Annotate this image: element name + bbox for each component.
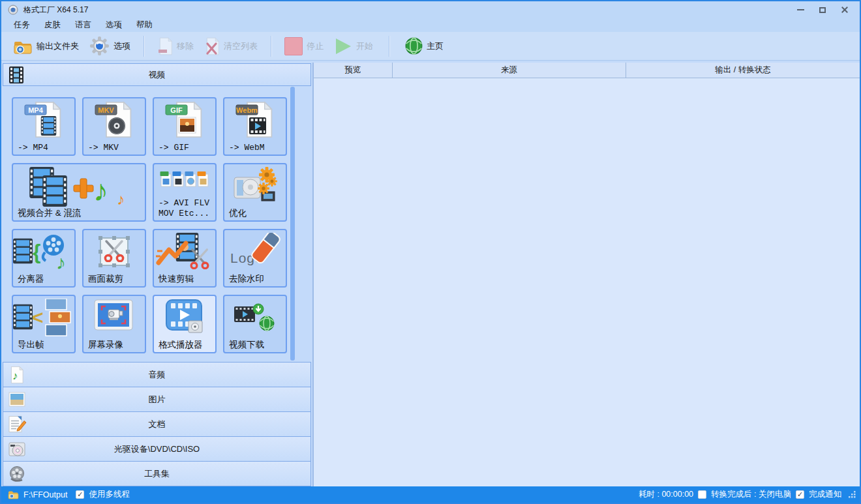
svg-text:GIF: GIF — [170, 106, 183, 114]
app-icon — [8, 5, 18, 15]
column-header-source[interactable]: 来源 — [393, 63, 626, 78]
tile-export-frames[interactable]: < 导出帧 — [12, 295, 76, 353]
tile-to-avi-flv-mov[interactable]: -> AVI FLV MOV Etc... — [153, 163, 217, 222]
category-audio[interactable]: ♪ 音频 — [3, 362, 311, 387]
tile-to-mp4[interactable]: MP4 -> MP4 — [12, 97, 76, 156]
maximize-button[interactable] — [811, 3, 834, 17]
mkv-file-icon: MKV — [83, 101, 145, 140]
tile-to-mkv[interactable]: MKV -> MKV — [82, 97, 146, 156]
elapsed-time: 耗时 : 00:00:00 — [639, 489, 693, 500]
tile-crop[interactable]: 画面裁剪 — [82, 229, 146, 288]
tile-splitter[interactable]: { ♪ 分离器 — [12, 229, 76, 288]
category-dvd-label: 光驱设备\DVD\CD\ISO — [3, 443, 310, 455]
category-document[interactable]: 文档 — [3, 411, 311, 437]
toolbar-separator — [271, 36, 271, 57]
task-list-empty-area[interactable] — [314, 78, 860, 486]
output-folder-label: 输出文件夹 — [37, 40, 79, 52]
checkmark-icon: ✓ — [797, 491, 803, 498]
tiles-scrollbar[interactable] — [290, 87, 295, 361]
options-label: 选项 — [113, 40, 130, 52]
category-video[interactable]: 视频 — [3, 63, 311, 86]
titlebar: 格式工厂 X64 5.17 — [1, 1, 860, 18]
svg-text:Webm: Webm — [236, 106, 258, 114]
crop-icon — [83, 233, 145, 271]
close-button[interactable] — [834, 3, 856, 17]
tile-label: 去除水印 — [229, 274, 264, 284]
export-frames-icon: < — [13, 299, 74, 336]
globe-icon — [405, 37, 423, 55]
tile-video-download[interactable]: 视频下载 — [223, 295, 287, 353]
output-folder-icon — [13, 38, 33, 55]
multithread-checkbox[interactable]: ✓ — [76, 490, 84, 499]
options-button[interactable]: 选项 — [84, 34, 136, 58]
tile-label: 画面裁剪 — [88, 274, 123, 284]
tile-label: 分离器 — [18, 274, 44, 284]
category-picture[interactable]: 图片 — [3, 387, 311, 412]
webm-file-icon: Webm — [224, 101, 286, 140]
video-download-icon — [224, 301, 286, 333]
minimize-icon — [797, 9, 804, 10]
menubar: 任务 皮肤 语言 选项 帮助 — [1, 18, 860, 32]
tile-remove-watermark[interactable]: Logo 去除水印 — [223, 229, 287, 288]
shutdown-label[interactable]: 转换完成后 : 关闭电脑 — [711, 489, 791, 500]
column-header-output-status[interactable]: 输出 / 转换状态 — [626, 63, 860, 78]
start-button[interactable]: 开始 — [329, 35, 378, 57]
menu-item-help[interactable]: 帮助 — [129, 18, 160, 32]
notify-label[interactable]: 完成通知 — [809, 489, 841, 500]
resize-grip[interactable] — [849, 491, 856, 498]
tile-to-webm[interactable]: Webm -> WebM — [223, 97, 287, 156]
category-toolset[interactable]: 工具集 — [3, 461, 311, 486]
column-header-preview[interactable]: 预览 — [314, 63, 393, 78]
remove-label: 移除 — [177, 40, 194, 52]
gear-icon — [89, 36, 110, 56]
quick-clip-icon — [154, 233, 215, 271]
output-path-folder-icon[interactable] — [8, 490, 19, 499]
tile-format-player[interactable]: 格式播放器 — [153, 295, 217, 353]
optimize-icon — [224, 167, 286, 205]
notify-checkbox[interactable]: ✓ — [796, 490, 804, 499]
multithread-label[interactable]: 使用多线程 — [89, 489, 130, 500]
close-icon — [841, 6, 849, 14]
clear-list-button[interactable]: 清空列表 — [199, 35, 263, 57]
menu-item-language[interactable]: 语言 — [68, 18, 98, 32]
tile-optimize[interactable]: 优化 — [223, 163, 287, 222]
menu-item-skins[interactable]: 皮肤 — [37, 18, 68, 32]
picture-icon — [8, 391, 25, 408]
tile-label: 格式播放器 — [159, 340, 203, 350]
remove-button[interactable]: 移除 — [152, 35, 199, 57]
minimize-button[interactable] — [789, 3, 811, 17]
document-pencil-icon — [8, 415, 27, 433]
music-note-icon: ♪ — [8, 366, 25, 383]
category-toolset-label: 工具集 — [3, 468, 310, 480]
tile-label: 视频合并 & 混流 — [18, 208, 82, 218]
filmstrip-icon — [8, 66, 24, 84]
tile-label: -> MKV — [88, 143, 119, 153]
output-path[interactable]: F:\FFOutput — [23, 490, 67, 499]
svg-text:MKV: MKV — [98, 106, 114, 114]
tile-label: 视频下载 — [229, 340, 264, 350]
watermark-eraser-icon: Logo — [224, 233, 286, 271]
category-dvd-cd-iso[interactable]: 光驱设备\DVD\CD\ISO — [3, 436, 311, 462]
tile-quick-clip[interactable]: 快速剪辑 — [153, 229, 217, 288]
home-button[interactable]: 主页 — [400, 35, 449, 57]
menu-item-options[interactable]: 选项 — [98, 18, 129, 32]
splitter-icon: { ♪ — [13, 233, 74, 271]
output-folder-button[interactable]: 输出文件夹 — [8, 36, 84, 57]
svg-text:MP4: MP4 — [28, 106, 44, 114]
tile-label: -> MP4 — [18, 143, 48, 153]
category-audio-label: 音频 — [3, 369, 310, 381]
svg-text:♪: ♪ — [93, 173, 108, 207]
tile-screen-record[interactable]: 屏幕录像 — [82, 295, 146, 353]
window-controls — [789, 3, 856, 17]
tile-to-gif[interactable]: GIF -> GIF — [153, 97, 217, 156]
statusbar: F:\FFOutput ✓ 使用多线程 耗时 : 00:00:00 转换完成后 … — [1, 486, 860, 503]
tile-label: 快速剪辑 — [159, 274, 194, 284]
cd-drive-icon — [8, 441, 25, 458]
stop-icon — [284, 37, 303, 55]
tile-video-merge-mux[interactable]: ♪ ♪ 视频合并 & 混流 — [12, 163, 146, 222]
tile-label: 优化 — [229, 208, 247, 218]
stop-button[interactable]: 停止 — [279, 35, 329, 57]
video-merge-icon: ♪ ♪ — [13, 167, 145, 209]
menu-item-tasks[interactable]: 任务 — [7, 18, 37, 32]
shutdown-checkbox[interactable] — [698, 490, 706, 499]
